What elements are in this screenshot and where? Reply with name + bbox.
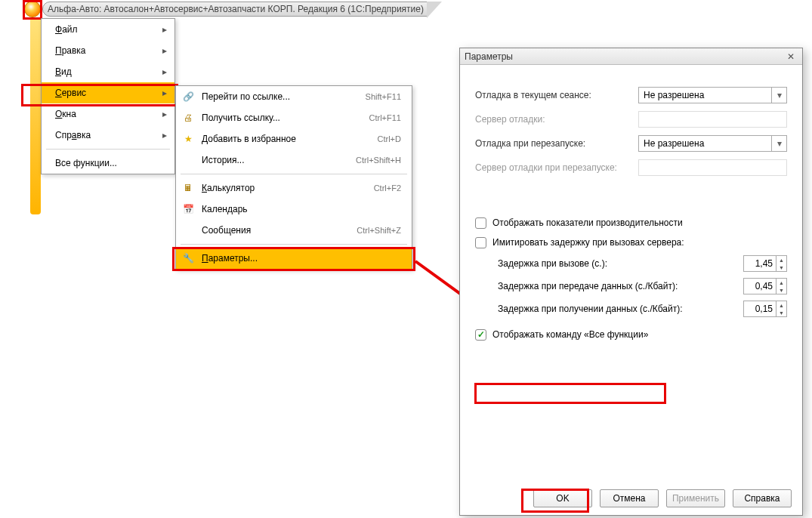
label-delay-call: Задержка при вызове (с.):: [498, 258, 743, 269]
menu-all-functions[interactable]: Все функции...: [42, 153, 174, 174]
parameters-dialog: Параметры ✕ Отладка в текущем сеансе: ▾ …: [459, 48, 803, 516]
spin-delay-call[interactable]: ▲▼: [743, 255, 787, 272]
sub-go-link[interactable]: 🔗 Перейти по ссылке... Shift+F11: [176, 86, 412, 107]
input-delay-send[interactable]: [744, 279, 776, 294]
spin-up-icon[interactable]: ▲: [776, 256, 786, 264]
check-all-funcs-label: Отображать команду «Все функции»: [492, 329, 648, 340]
calendar-icon: 📅: [182, 203, 194, 215]
menu-view[interactable]: Вид▸: [42, 61, 174, 82]
sub-messages-label: Сообщения: [202, 225, 349, 236]
spin-delay-recv[interactable]: ▲▼: [743, 301, 787, 317]
chevron-down-icon[interactable]: ▾: [772, 135, 787, 152]
check-imitate-row[interactable]: Имитировать задержку при вызовах сервера…: [475, 233, 787, 252]
blank-icon: [182, 224, 194, 236]
sub-messages[interactable]: Сообщения Ctrl+Shift+Z: [176, 220, 412, 241]
sub-go-link-label: Перейти по ссылке...: [202, 91, 358, 102]
label-delay-recv: Задержка при получении данных (с./Кбайт)…: [498, 304, 743, 314]
menu-file[interactable]: Файл▸: [42, 19, 174, 40]
star-icon: ★: [182, 133, 194, 145]
label-debug-server: Сервер отладки:: [475, 114, 638, 125]
label-debug-server-restart: Сервер отладки при перезапуске:: [475, 162, 638, 173]
sub-get-link-shortcut: Ctrl+F11: [369, 113, 406, 122]
spin-delay-send[interactable]: ▲▼: [743, 278, 787, 294]
menu-help[interactable]: Справка▸: [42, 125, 174, 146]
checkbox-imitate[interactable]: [475, 237, 486, 248]
cancel-button[interactable]: Отмена: [600, 489, 659, 507]
sub-fav[interactable]: ★ Добавить в избранное Ctrl+D: [176, 128, 412, 150]
sub-fav-label: Добавить в избранное: [202, 134, 370, 144]
calculator-icon: 🖩: [182, 182, 194, 194]
title-text: Альфа-Авто: Автосалон+Автосервис+Автозап…: [48, 4, 424, 14]
menu-edit[interactable]: Правка▸: [42, 40, 174, 61]
check-perf-label: Отображать показатели производительности: [492, 217, 683, 228]
select-debug-session[interactable]: [638, 87, 772, 103]
spin-down-icon[interactable]: ▼: [776, 264, 786, 271]
print-icon: 🖨: [182, 112, 194, 124]
label-debug-restart: Отладка при перезапуске:: [475, 138, 638, 149]
input-debug-server: [638, 111, 787, 128]
help-button[interactable]: Справка: [733, 489, 792, 507]
check-perf-row[interactable]: Отображать показатели производительности: [475, 213, 787, 233]
menu-all-functions-label: Все функции...: [55, 158, 117, 168]
link-icon: 🔗: [182, 91, 194, 103]
window-title: Альфа-Авто: Автосалон+Автосервис+Автозап…: [42, 2, 428, 17]
spin-up-icon[interactable]: ▲: [776, 279, 786, 286]
select-debug-restart[interactable]: [638, 135, 772, 152]
check-imitate-label: Имитировать задержку при вызовах сервера…: [492, 237, 684, 248]
close-icon[interactable]: ✕: [784, 51, 798, 63]
sub-messages-shortcut: Ctrl+Shift+Z: [357, 226, 406, 235]
sub-history[interactable]: История... Ctrl+Shift+H: [176, 150, 412, 171]
check-all-funcs-row[interactable]: Отображать команду «Все функции»: [475, 325, 787, 344]
checkbox-perf[interactable]: [475, 217, 486, 229]
chevron-down-icon[interactable]: ▾: [772, 87, 787, 103]
service-submenu: 🔗 Перейти по ссылке... Shift+F11 🖨 Получ…: [175, 85, 412, 270]
spin-up-icon[interactable]: ▲: [776, 301, 786, 309]
input-debug-server-restart: [638, 159, 787, 176]
sub-history-shortcut: Ctrl+Shift+H: [356, 156, 406, 165]
sub-calc-label: Калькулятор: [202, 183, 366, 193]
input-delay-recv[interactable]: [744, 301, 776, 316]
blank-icon: [182, 154, 194, 166]
sub-get-link-label: Получить ссылку...: [202, 113, 362, 123]
sub-get-link[interactable]: 🖨 Получить ссылку... Ctrl+F11: [176, 107, 412, 128]
menu-windows[interactable]: Окна▸: [42, 103, 174, 125]
sub-history-label: История...: [202, 155, 348, 165]
apply-button: Применить: [666, 489, 725, 507]
spin-down-icon[interactable]: ▼: [776, 286, 786, 294]
sub-calendar[interactable]: 📅 Календарь: [176, 199, 412, 220]
dialog-title-bar: Параметры ✕: [460, 48, 802, 65]
input-delay-call[interactable]: [744, 256, 776, 271]
sub-calc[interactable]: 🖩 Калькулятор Ctrl+F2: [176, 177, 412, 199]
spin-down-icon[interactable]: ▼: [776, 309, 786, 316]
sub-go-link-shortcut: Shift+F11: [366, 92, 406, 101]
checkbox-all-funcs[interactable]: [475, 329, 486, 341]
sub-calendar-label: Календарь: [202, 204, 394, 214]
label-debug-session: Отладка в текущем сеансе:: [475, 90, 638, 100]
sub-calc-shortcut: Ctrl+F2: [374, 183, 406, 193]
dialog-title: Параметры: [465, 51, 513, 62]
sub-fav-shortcut: Ctrl+D: [378, 134, 406, 143]
label-delay-send: Задержка при передаче данных (с./Кбайт):: [498, 281, 743, 291]
